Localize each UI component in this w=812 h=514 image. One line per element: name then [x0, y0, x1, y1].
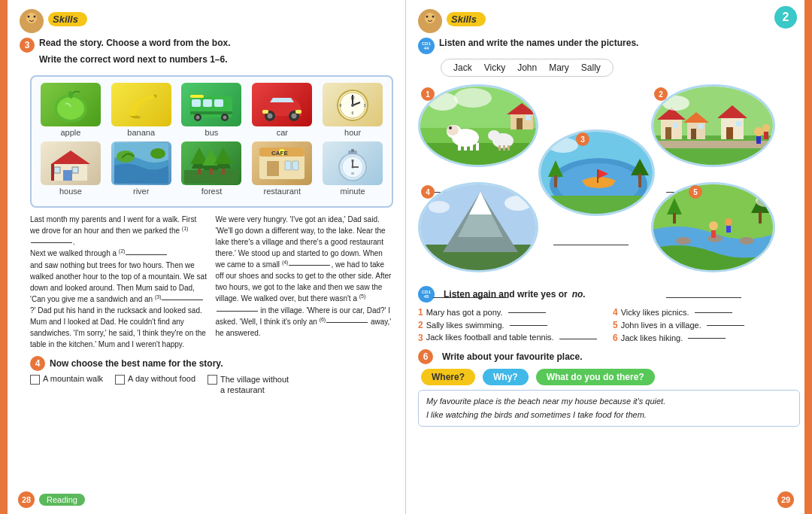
listen-text-1: Mary has got a pony. — [426, 308, 503, 317]
choice-label-2: A day without food — [128, 374, 195, 383]
svg-rect-21 — [262, 110, 268, 114]
svg-point-122 — [548, 138, 578, 153]
choose-section: 4 Now choose the best name for the story… — [30, 356, 393, 396]
choose-options: A mountain walk A day without food The v… — [30, 374, 393, 396]
scene-num-1: 1 — [421, 87, 435, 101]
listen-instruction: Listen and write the names under the pic… — [439, 38, 638, 48]
story-text-1: Last month my parents and I went for a w… — [30, 215, 196, 235]
listen-again-no: no. — [572, 289, 586, 300]
left-page: Skills 3 Read the story. Choose a word f… — [0, 0, 406, 514]
vocab-label-hour: hour — [344, 128, 361, 137]
svg-point-1 — [24, 24, 39, 32]
svg-text:9: 9 — [340, 103, 342, 108]
svg-rect-55 — [292, 161, 298, 170]
cd-icon-wrapper: CD1 44 — [418, 38, 435, 54]
svg-rect-85 — [503, 145, 505, 151]
svg-rect-53 — [267, 161, 279, 176]
svg-point-14 — [196, 116, 200, 120]
vocab-row-2: house river — [38, 141, 386, 196]
vocab-row-1: apple banana — [38, 83, 386, 137]
svg-text:30: 30 — [351, 172, 355, 175]
svg-point-110 — [762, 124, 770, 132]
svg-point-142 — [725, 218, 732, 226]
svg-rect-76 — [458, 143, 461, 151]
svg-rect-137 — [673, 213, 676, 224]
listen-item-2: 2 Sally likes swimming. — [418, 320, 605, 330]
svg-rect-48 — [198, 169, 201, 175]
scene-image-4 — [418, 182, 538, 272]
svg-rect-35 — [72, 167, 78, 173]
svg-point-5 — [57, 97, 84, 120]
svg-rect-78 — [470, 143, 473, 151]
story-text-4: ?' Dad put his hand in the rucksack and … — [30, 306, 206, 348]
vocab-forest: forest — [179, 141, 245, 196]
page-num-circle-right: 29 — [777, 491, 794, 508]
svg-point-81 — [449, 126, 452, 129]
svg-rect-79 — [476, 143, 479, 151]
svg-point-20 — [292, 114, 297, 119]
vocab-restaurant: CAFE restaurant — [249, 141, 315, 196]
svg-text:3: 3 — [364, 103, 366, 108]
write-section: 6 Write about your favourite place. Wher… — [418, 349, 800, 427]
scene-image-3 — [538, 129, 655, 216]
story-text-period: . — [73, 238, 75, 246]
story-section: Last month my parents and I went for a w… — [30, 214, 393, 350]
svg-point-70 — [432, 16, 435, 18]
svg-point-133 — [676, 237, 691, 245]
listen-text-2: Sally likes swimming. — [426, 321, 504, 330]
story-col-left: Last month my parents and I went for a w… — [30, 214, 208, 350]
svg-rect-34 — [63, 170, 72, 181]
avatar-left — [20, 9, 44, 33]
svg-rect-16 — [190, 95, 204, 98]
svg-rect-8 — [192, 99, 201, 107]
name-john: John — [517, 62, 537, 73]
scene-num-3: 3 — [576, 132, 589, 146]
svg-marker-32 — [51, 151, 90, 164]
write-line2: I like watching the birds and sometimes … — [426, 409, 792, 422]
vocab-label-apple: apple — [60, 128, 80, 137]
cd-label2: 44 — [424, 46, 429, 50]
listen-again-section: CD1 45 Listen again and write yes or no.… — [418, 286, 800, 343]
svg-rect-109 — [756, 136, 761, 144]
scene-num-5: 5 — [689, 185, 702, 199]
section-num-write: 6 — [418, 349, 433, 364]
instruction-line1: Read the story. Choose a word from the b… — [39, 38, 230, 48]
svg-point-39 — [117, 151, 135, 163]
page-container: Skills 3 Read the story. Choose a word f… — [0, 0, 812, 514]
svg-rect-90 — [526, 115, 531, 120]
svg-rect-141 — [711, 230, 716, 238]
cd-icon-2-wrapper: CD1 45 — [418, 286, 435, 303]
page-num-circle-left: 28 — [18, 491, 35, 508]
name-mary: Mary — [549, 62, 569, 73]
checkbox-1[interactable] — [30, 375, 40, 385]
svg-rect-72 — [420, 139, 538, 167]
write-title: 6 Write about your favourite place. — [418, 349, 800, 364]
vocab-label-banana: banana — [127, 128, 155, 137]
choice-3[interactable]: The village without a restaurant — [208, 374, 295, 396]
vocab-label-car: car — [277, 128, 288, 137]
choice-2[interactable]: A day without food — [115, 374, 195, 385]
svg-rect-84 — [498, 145, 501, 151]
svg-text:10: 10 — [351, 159, 355, 163]
story-right-3: in the village. 'Where is our car, Dad?'… — [216, 306, 391, 326]
prompt-why[interactable]: Why? — [483, 369, 529, 385]
scene-image-1 — [418, 84, 538, 167]
svg-point-92 — [454, 88, 492, 108]
svg-rect-106 — [736, 121, 741, 126]
svg-point-69 — [426, 16, 429, 18]
checkbox-3[interactable] — [208, 375, 217, 385]
svg-rect-61 — [351, 149, 354, 152]
write-line1: My favourite place is the beach near my … — [426, 395, 792, 409]
vocab-clock: 12 6 9 3 hour — [320, 83, 386, 137]
choice-1[interactable]: A mountain walk — [30, 374, 103, 385]
svg-rect-9 — [203, 99, 212, 107]
vocab-label-river: river — [133, 187, 149, 196]
vocab-river: river — [108, 141, 174, 196]
story-text-3: and saw nothing but trees for two hours.… — [30, 261, 207, 303]
svg-text:12: 12 — [350, 96, 355, 100]
prompt-where[interactable]: Where? — [421, 369, 475, 385]
prompt-what[interactable]: What do you do there? — [536, 369, 655, 385]
checkbox-2[interactable] — [115, 375, 125, 385]
right-page: Skills 2 CD1 44 Listen and write the nam… — [406, 0, 812, 514]
listen-item-6: 6 Jack likes hiking. — [613, 333, 800, 343]
